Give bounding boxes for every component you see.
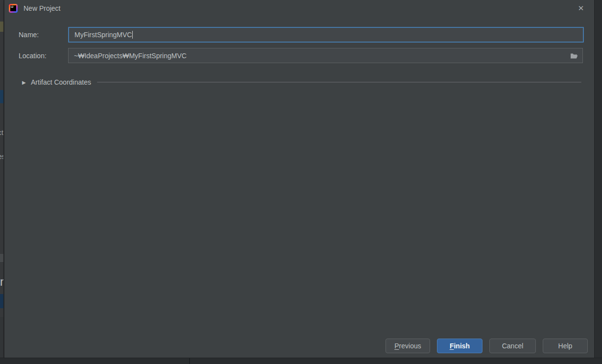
background-window-left-edge: ct es n <box>0 0 3 358</box>
dialog-titlebar[interactable]: IJ New Project ✕ <box>4 0 594 17</box>
previous-button[interactable]: Previous <box>385 339 430 353</box>
browse-folder-button[interactable] <box>568 50 580 62</box>
project-location-value: ~₩IdeaProjects₩MyFirstSpringMVC <box>74 52 187 60</box>
background-fragment-block <box>0 294 3 308</box>
intellij-idea-logo-icon: IJ <box>9 4 18 13</box>
name-label: Name: <box>19 31 39 39</box>
background-text-fragment: es <box>0 153 3 160</box>
new-project-dialog: IJ New Project ✕ Name: MyFirstSpringMVC … <box>4 0 594 358</box>
background-text-fragment: n <box>0 275 3 289</box>
background-window-bottom-edge <box>0 358 602 364</box>
section-divider <box>97 82 581 83</box>
finish-button[interactable]: Finish <box>437 339 482 353</box>
background-fragment-block <box>0 317 3 358</box>
project-name-value: MyFirstSpringMVC <box>74 31 132 39</box>
background-window-right-edge <box>594 0 602 358</box>
close-button[interactable]: ✕ <box>575 1 587 14</box>
background-divider <box>189 358 190 364</box>
artifact-coordinates-toggle[interactable]: ▶ Artifact Coordinates <box>22 76 581 89</box>
artifact-coordinates-label: Artifact Coordinates <box>31 78 91 86</box>
location-label: Location: <box>19 52 47 60</box>
project-location-input[interactable]: ~₩IdeaProjects₩MyFirstSpringMVC <box>68 48 583 63</box>
background-text-fragment: ct <box>0 129 3 136</box>
text-caret <box>132 31 133 39</box>
chevron-right-icon: ▶ <box>22 80 29 85</box>
project-name-input[interactable]: MyFirstSpringMVC <box>68 27 584 43</box>
dialog-button-row: Previous Finish Cancel Help <box>385 339 588 353</box>
background-fragment-block <box>0 254 3 263</box>
open-folder-icon <box>570 52 578 59</box>
background-fragment-block <box>0 90 3 103</box>
background-fragment-block <box>0 22 3 32</box>
cancel-button[interactable]: Cancel <box>489 339 536 353</box>
screen: ct es n IJ New Project ✕ Name: MyFirstSp… <box>0 0 602 364</box>
dialog-title: New Project <box>24 4 60 12</box>
close-icon: ✕ <box>578 4 584 12</box>
help-button[interactable]: Help <box>543 339 588 353</box>
